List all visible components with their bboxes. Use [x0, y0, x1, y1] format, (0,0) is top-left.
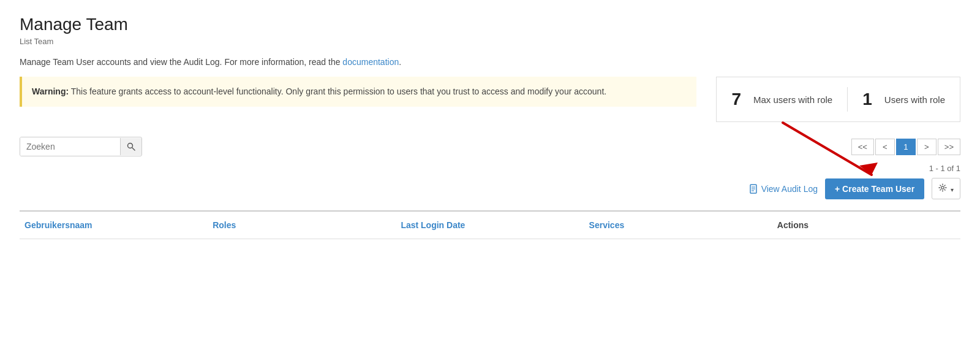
- col-username[interactable]: Gebruikersnaam: [20, 218, 208, 232]
- actions-row: View Audit Log + Create Team User ▾: [20, 178, 960, 205]
- pagination-current[interactable]: 1: [896, 139, 916, 155]
- page-count: 1 - 1 of 1: [929, 164, 960, 173]
- col-actions: Actions: [772, 218, 960, 232]
- pagination-first[interactable]: <<: [851, 139, 874, 155]
- table-container: Gebruikersnaam Roles Last Login Date Ser…: [20, 210, 960, 239]
- pagination-prev[interactable]: <: [875, 139, 895, 155]
- actions-wrapper: View Audit Log + Create Team User ▾: [20, 178, 960, 205]
- search-input[interactable]: [20, 137, 120, 156]
- stats-divider: [847, 87, 848, 112]
- col-roles[interactable]: Roles: [208, 218, 396, 232]
- pagination: << < 1 > >>: [851, 139, 960, 155]
- description: Manage Team User accounts and view the A…: [20, 57, 960, 67]
- pagination-last[interactable]: >>: [938, 139, 960, 155]
- users-with-role-count: 1: [862, 90, 872, 109]
- gear-button[interactable]: ▾: [932, 178, 960, 199]
- audit-log-label: View Audit Log: [761, 184, 818, 194]
- gear-dropdown-icon: ▾: [951, 186, 954, 193]
- col-services[interactable]: Services: [584, 218, 772, 232]
- warning-box: Warning: This feature grants access to a…: [20, 77, 696, 107]
- warning-text: This feature grants access to account-le…: [69, 86, 606, 96]
- toolbar-row: << < 1 > >>: [20, 137, 960, 156]
- documentation-link[interactable]: documentation: [342, 57, 399, 67]
- pagination-next[interactable]: >: [917, 139, 937, 155]
- description-suffix: .: [399, 57, 401, 67]
- audit-log-link[interactable]: View Audit Log: [750, 184, 818, 194]
- max-users-label: Max users with role: [753, 94, 832, 105]
- users-with-role-label: Users with role: [884, 94, 945, 105]
- search-button[interactable]: [120, 138, 141, 155]
- svg-point-0: [128, 144, 133, 148]
- warning-label: Warning:: [32, 86, 69, 96]
- table-header: Gebruikersnaam Roles Last Login Date Ser…: [20, 212, 960, 239]
- top-section: Warning: This feature grants access to a…: [20, 77, 960, 122]
- search-group: [20, 137, 142, 156]
- gear-icon: [938, 183, 947, 192]
- svg-line-1: [132, 148, 135, 150]
- col-last-login[interactable]: Last Login Date: [396, 218, 584, 232]
- max-users-count: 7: [731, 90, 741, 109]
- page-container: Manage Team List Team Manage Team User a…: [0, 0, 980, 341]
- search-icon: [127, 142, 135, 151]
- svg-point-8: [941, 186, 944, 189]
- document-icon: [750, 184, 758, 194]
- description-prefix: Manage Team User accounts and view the A…: [20, 57, 342, 67]
- page-title: Manage Team: [20, 15, 960, 34]
- create-team-user-button[interactable]: + Create Team User: [825, 178, 924, 199]
- breadcrumb: List Team: [20, 37, 960, 46]
- stats-box: 7 Max users with role 1 Users with role: [716, 77, 960, 122]
